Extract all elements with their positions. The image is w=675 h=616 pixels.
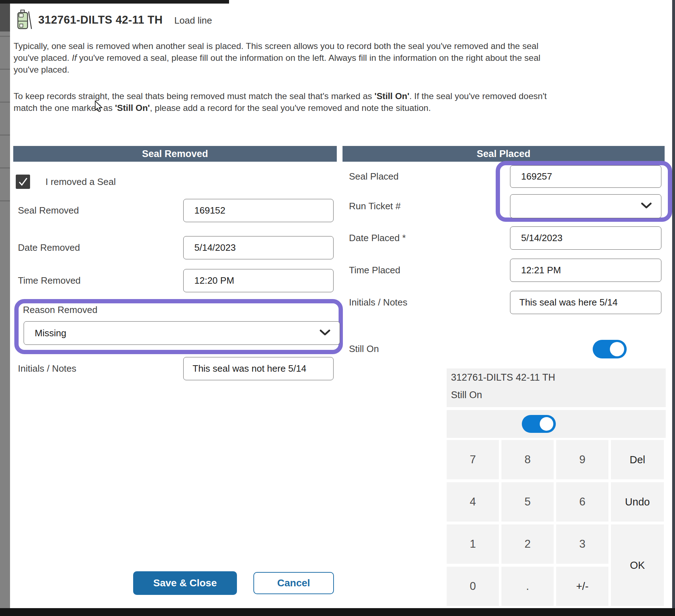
keypad-key-3[interactable]: 3 <box>556 524 608 564</box>
date-removed-input[interactable]: 5/14/2023 <box>183 236 334 259</box>
checkmark-icon <box>18 176 28 187</box>
background-row-line <box>0 167 10 168</box>
still-on-toggle[interactable] <box>593 340 627 358</box>
reason-removed-dropdown[interactable]: Missing <box>24 321 340 345</box>
run-ticket-label: Run Ticket # <box>349 194 401 218</box>
initials-notes-placed-label: Initials / Notes <box>349 291 407 314</box>
background-row-line <box>0 69 10 70</box>
background-window-bottom-strip <box>0 608 675 616</box>
background-window-right-strip <box>672 0 675 616</box>
toggle-knob <box>540 417 553 431</box>
keypad-key-8[interactable]: 8 <box>501 440 554 479</box>
chevron-down-icon <box>641 201 652 212</box>
time-placed-input[interactable]: 12:21 PM <box>510 259 661 282</box>
background-row-line <box>0 200 10 201</box>
background-window-top-strip <box>0 0 229 4</box>
seal-placed-header: Seal Placed <box>343 146 665 162</box>
keypad-key-7[interactable]: 7 <box>447 440 499 479</box>
time-removed-label: Time Removed <box>18 269 81 292</box>
reason-removed-label: Reason Removed <box>23 303 97 317</box>
background-row-line <box>0 135 10 136</box>
background-window-left-strip <box>0 0 10 616</box>
initials-notes-removed-label: Initials / Notes <box>18 357 76 380</box>
intro-p2-text: To keep records straight, the seal thats… <box>14 91 374 101</box>
time-placed-label: Time Placed <box>349 259 400 282</box>
date-placed-label: Date Placed * <box>349 226 406 249</box>
keypad-key-ok[interactable]: OK <box>611 524 664 606</box>
chevron-down-icon <box>320 328 330 339</box>
keypad-header-panel: 312761-DILTS 42-11 TH Still On <box>447 368 666 407</box>
page-subtitle: Load line <box>174 15 212 26</box>
date-placed-input[interactable]: 5/14/2023 <box>510 226 661 250</box>
seal-removed-input[interactable]: 169152 <box>183 199 334 222</box>
keypad-title: 312761-DILTS 42-11 TH <box>447 368 666 383</box>
initials-notes-removed-input[interactable]: This seal was not here 5/14 <box>183 357 334 380</box>
keypad-toggle-row <box>447 410 666 438</box>
keypad-key-0[interactable]: 0 <box>447 567 499 606</box>
still-on-label: Still On <box>349 340 379 358</box>
intro-paragraph-2: To keep records straight, the seal thats… <box>14 90 549 114</box>
keypad-key-4[interactable]: 4 <box>447 482 499 522</box>
seal-placed-input[interactable]: 169257 <box>510 165 661 188</box>
keypad-key-6[interactable]: 6 <box>556 482 608 522</box>
seal-placed-label: Seal Placed <box>349 165 399 188</box>
keypad-key-plusminus[interactable]: +/- <box>556 567 608 606</box>
tank-icon <box>16 9 32 31</box>
keypad-key-2[interactable]: 2 <box>501 524 554 564</box>
keypad-key-del[interactable]: Del <box>611 440 664 479</box>
intro-paragraph-1: Typically, one seal is removed when anot… <box>14 40 549 75</box>
reason-removed-value: Missing <box>35 328 66 339</box>
mouse-cursor <box>94 101 104 115</box>
toggle-knob <box>610 342 624 356</box>
keypad-key-9[interactable]: 9 <box>556 440 608 479</box>
keypad-still-on-label: Still On <box>447 383 666 401</box>
i-removed-seal-checkbox[interactable] <box>16 175 30 189</box>
keypad-key-5[interactable]: 5 <box>501 482 554 522</box>
keypad-key-1[interactable]: 1 <box>447 524 499 564</box>
background-row-line <box>0 36 10 37</box>
run-ticket-dropdown[interactable] <box>510 194 661 218</box>
initials-notes-placed-input[interactable]: This seal was here 5/14 <box>510 291 661 314</box>
save-close-button[interactable]: Save & Close <box>133 571 237 595</box>
keypad-still-on-toggle[interactable] <box>522 415 556 433</box>
page-title: 312761-DILTS 42-11 TH <box>38 14 163 26</box>
intro-p2-stillon2: 'Still On' <box>115 103 150 113</box>
cancel-button[interactable]: Cancel <box>253 572 334 594</box>
i-removed-seal-label: I removed a Seal <box>45 175 116 189</box>
background-window-left-top <box>0 0 10 31</box>
seal-removed-label: Seal Removed <box>18 199 79 222</box>
intro-p1-text2: you've removed a seal, please fill out t… <box>14 53 540 74</box>
keypad-key-undo[interactable]: Undo <box>611 482 664 522</box>
intro-p2-stillon: 'Still On' <box>374 91 409 101</box>
time-removed-input[interactable]: 12:20 PM <box>183 269 334 292</box>
seal-removed-header: Seal Removed <box>13 146 337 162</box>
date-removed-label: Date Removed <box>18 236 80 259</box>
keypad-key-dot[interactable]: . <box>501 567 554 606</box>
intro-p2-text3: , please add a record for the seal you'v… <box>150 103 431 113</box>
intro-p1-if: If <box>72 53 77 63</box>
background-row-line <box>0 102 10 103</box>
